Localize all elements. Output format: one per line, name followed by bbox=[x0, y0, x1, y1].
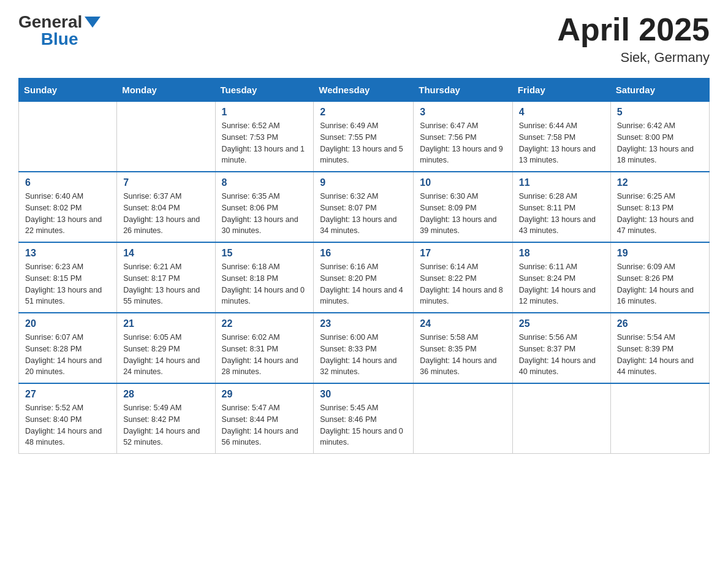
day-number: 17 bbox=[420, 248, 506, 259]
day-info: Sunrise: 6:14 AMSunset: 8:22 PMDaylight:… bbox=[420, 261, 506, 307]
page-header: General Blue April 2025 Siek, Germany bbox=[18, 12, 710, 66]
logo-blue-text: Blue bbox=[41, 29, 78, 49]
col-monday: Monday bbox=[117, 79, 215, 102]
table-row: 10Sunrise: 6:30 AMSunset: 8:09 PMDayligh… bbox=[414, 172, 512, 242]
day-info: Sunrise: 5:45 AMSunset: 8:46 PMDaylight:… bbox=[320, 402, 407, 448]
day-number: 29 bbox=[222, 389, 308, 400]
table-row: 20Sunrise: 6:07 AMSunset: 8:28 PMDayligh… bbox=[19, 313, 117, 383]
day-info: Sunrise: 5:49 AMSunset: 8:42 PMDaylight:… bbox=[123, 402, 208, 448]
table-row: 14Sunrise: 6:21 AMSunset: 8:17 PMDayligh… bbox=[117, 242, 215, 313]
calendar-week-row: 27Sunrise: 5:52 AMSunset: 8:40 PMDayligh… bbox=[19, 383, 710, 454]
day-number: 2 bbox=[320, 107, 407, 118]
calendar-week-row: 13Sunrise: 6:23 AMSunset: 8:15 PMDayligh… bbox=[19, 242, 710, 313]
day-number: 13 bbox=[25, 248, 110, 259]
day-number: 16 bbox=[320, 248, 407, 259]
day-number: 1 bbox=[222, 107, 308, 118]
day-number: 19 bbox=[617, 248, 703, 259]
day-number: 8 bbox=[222, 177, 308, 188]
table-row bbox=[610, 383, 709, 454]
table-row: 24Sunrise: 5:58 AMSunset: 8:35 PMDayligh… bbox=[414, 313, 512, 383]
day-number: 6 bbox=[25, 177, 110, 188]
day-number: 4 bbox=[519, 107, 604, 118]
day-info: Sunrise: 5:58 AMSunset: 8:35 PMDaylight:… bbox=[420, 332, 506, 378]
table-row: 12Sunrise: 6:25 AMSunset: 8:13 PMDayligh… bbox=[610, 172, 709, 242]
day-info: Sunrise: 6:47 AMSunset: 7:56 PMDaylight:… bbox=[420, 120, 506, 166]
day-info: Sunrise: 6:23 AMSunset: 8:15 PMDaylight:… bbox=[25, 261, 110, 307]
day-info: Sunrise: 6:42 AMSunset: 8:00 PMDaylight:… bbox=[617, 120, 703, 166]
table-row: 7Sunrise: 6:37 AMSunset: 8:04 PMDaylight… bbox=[117, 172, 215, 242]
table-row: 18Sunrise: 6:11 AMSunset: 8:24 PMDayligh… bbox=[512, 242, 610, 313]
table-row bbox=[414, 383, 512, 454]
table-row: 15Sunrise: 6:18 AMSunset: 8:18 PMDayligh… bbox=[215, 242, 314, 313]
day-number: 9 bbox=[320, 177, 407, 188]
table-row bbox=[117, 102, 215, 172]
day-number: 11 bbox=[519, 177, 604, 188]
calendar-week-row: 1Sunrise: 6:52 AMSunset: 7:53 PMDaylight… bbox=[19, 102, 710, 172]
title-section: April 2025 Siek, Germany bbox=[557, 12, 710, 66]
table-row: 6Sunrise: 6:40 AMSunset: 8:02 PMDaylight… bbox=[19, 172, 117, 242]
table-row bbox=[512, 383, 610, 454]
table-row: 17Sunrise: 6:14 AMSunset: 8:22 PMDayligh… bbox=[414, 242, 512, 313]
day-number: 27 bbox=[25, 389, 110, 400]
table-row: 29Sunrise: 5:47 AMSunset: 8:44 PMDayligh… bbox=[215, 383, 314, 454]
table-row: 13Sunrise: 6:23 AMSunset: 8:15 PMDayligh… bbox=[19, 242, 117, 313]
day-info: Sunrise: 6:44 AMSunset: 7:58 PMDaylight:… bbox=[519, 120, 604, 166]
day-info: Sunrise: 6:00 AMSunset: 8:33 PMDaylight:… bbox=[320, 332, 407, 378]
col-friday: Friday bbox=[512, 79, 610, 102]
table-row: 30Sunrise: 5:45 AMSunset: 8:46 PMDayligh… bbox=[314, 383, 414, 454]
day-info: Sunrise: 6:05 AMSunset: 8:29 PMDaylight:… bbox=[123, 332, 208, 378]
day-number: 24 bbox=[420, 318, 506, 329]
day-number: 30 bbox=[320, 389, 407, 400]
day-info: Sunrise: 6:37 AMSunset: 8:04 PMDaylight:… bbox=[123, 191, 208, 237]
table-row: 5Sunrise: 6:42 AMSunset: 8:00 PMDaylight… bbox=[610, 102, 709, 172]
day-number: 5 bbox=[617, 107, 703, 118]
table-row bbox=[19, 102, 117, 172]
day-number: 23 bbox=[320, 318, 407, 329]
table-row: 2Sunrise: 6:49 AMSunset: 7:55 PMDaylight… bbox=[314, 102, 414, 172]
table-row: 28Sunrise: 5:49 AMSunset: 8:42 PMDayligh… bbox=[117, 383, 215, 454]
table-row: 22Sunrise: 6:02 AMSunset: 8:31 PMDayligh… bbox=[215, 313, 314, 383]
col-tuesday: Tuesday bbox=[215, 79, 314, 102]
day-number: 3 bbox=[420, 107, 506, 118]
table-row: 25Sunrise: 5:56 AMSunset: 8:37 PMDayligh… bbox=[512, 313, 610, 383]
day-info: Sunrise: 5:54 AMSunset: 8:39 PMDaylight:… bbox=[617, 332, 703, 378]
day-info: Sunrise: 5:52 AMSunset: 8:40 PMDaylight:… bbox=[25, 402, 110, 448]
table-row: 3Sunrise: 6:47 AMSunset: 7:56 PMDaylight… bbox=[414, 102, 512, 172]
day-info: Sunrise: 5:47 AMSunset: 8:44 PMDaylight:… bbox=[222, 402, 308, 448]
day-number: 26 bbox=[617, 318, 703, 329]
day-number: 18 bbox=[519, 248, 604, 259]
day-info: Sunrise: 6:32 AMSunset: 8:07 PMDaylight:… bbox=[320, 191, 407, 237]
day-number: 10 bbox=[420, 177, 506, 188]
table-row: 23Sunrise: 6:00 AMSunset: 8:33 PMDayligh… bbox=[314, 313, 414, 383]
day-info: Sunrise: 6:11 AMSunset: 8:24 PMDaylight:… bbox=[519, 261, 604, 307]
day-info: Sunrise: 6:28 AMSunset: 8:11 PMDaylight:… bbox=[519, 191, 604, 237]
table-row: 1Sunrise: 6:52 AMSunset: 7:53 PMDaylight… bbox=[215, 102, 314, 172]
day-info: Sunrise: 5:56 AMSunset: 8:37 PMDaylight:… bbox=[519, 332, 604, 378]
day-info: Sunrise: 6:35 AMSunset: 8:06 PMDaylight:… bbox=[222, 191, 308, 237]
day-info: Sunrise: 6:49 AMSunset: 7:55 PMDaylight:… bbox=[320, 120, 407, 166]
day-number: 21 bbox=[123, 318, 208, 329]
day-number: 25 bbox=[519, 318, 604, 329]
day-info: Sunrise: 6:16 AMSunset: 8:20 PMDaylight:… bbox=[320, 261, 407, 307]
day-info: Sunrise: 6:18 AMSunset: 8:18 PMDaylight:… bbox=[222, 261, 308, 307]
day-number: 14 bbox=[123, 248, 208, 259]
table-row: 8Sunrise: 6:35 AMSunset: 8:06 PMDaylight… bbox=[215, 172, 314, 242]
table-row: 26Sunrise: 5:54 AMSunset: 8:39 PMDayligh… bbox=[610, 313, 709, 383]
day-info: Sunrise: 6:40 AMSunset: 8:02 PMDaylight:… bbox=[25, 191, 110, 237]
table-row: 27Sunrise: 5:52 AMSunset: 8:40 PMDayligh… bbox=[19, 383, 117, 454]
table-row: 19Sunrise: 6:09 AMSunset: 8:26 PMDayligh… bbox=[610, 242, 709, 313]
table-row: 4Sunrise: 6:44 AMSunset: 7:58 PMDaylight… bbox=[512, 102, 610, 172]
day-number: 28 bbox=[123, 389, 208, 400]
table-row: 21Sunrise: 6:05 AMSunset: 8:29 PMDayligh… bbox=[117, 313, 215, 383]
day-info: Sunrise: 6:21 AMSunset: 8:17 PMDaylight:… bbox=[123, 261, 208, 307]
table-row: 16Sunrise: 6:16 AMSunset: 8:20 PMDayligh… bbox=[314, 242, 414, 313]
page-title: April 2025 bbox=[557, 12, 710, 47]
calendar-table: Sunday Monday Tuesday Wednesday Thursday… bbox=[18, 78, 710, 454]
day-info: Sunrise: 6:09 AMSunset: 8:26 PMDaylight:… bbox=[617, 261, 703, 307]
day-number: 12 bbox=[617, 177, 703, 188]
col-wednesday: Wednesday bbox=[314, 79, 414, 102]
calendar-header-row: Sunday Monday Tuesday Wednesday Thursday… bbox=[19, 79, 710, 102]
col-thursday: Thursday bbox=[414, 79, 512, 102]
day-number: 7 bbox=[123, 177, 208, 188]
day-number: 22 bbox=[222, 318, 308, 329]
